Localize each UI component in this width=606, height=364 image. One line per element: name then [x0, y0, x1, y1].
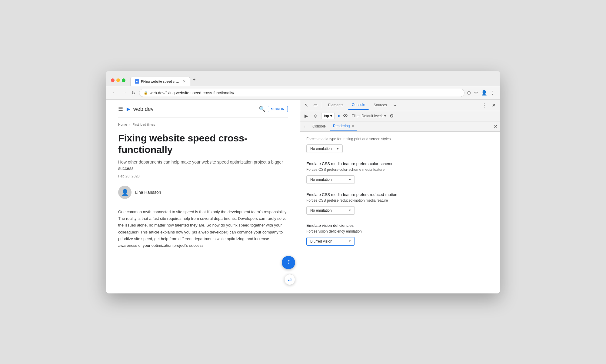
- webpage: ☰ ► web.dev 🔍 SIGN IN Home › Fast load t…: [106, 100, 300, 293]
- article-body: One common myth connected to site speed …: [118, 209, 288, 249]
- inspect-element-button[interactable]: ↖: [303, 101, 310, 109]
- color-scheme-description: Forces CSS prefers-color-scheme media fe…: [306, 167, 494, 172]
- sign-in-button[interactable]: SIGN IN: [268, 106, 288, 112]
- tab-close-icon[interactable]: ✕: [183, 79, 186, 84]
- vision-deficiencies-title: Emulate vision deficiencies: [306, 223, 494, 228]
- nav-divider: [118, 117, 288, 118]
- browser-window: ► Fixing website speed cross-fu... ✕ + ←…: [106, 71, 500, 293]
- context-dropdown-arrow-icon: ▾: [330, 114, 332, 118]
- media-print-dropdown[interactable]: No emulation ▾: [306, 144, 343, 153]
- console-ban-button[interactable]: ⊘: [312, 112, 319, 120]
- color-scheme-dropdown-arrow-icon: ▾: [349, 178, 351, 182]
- context-value: top: [324, 114, 329, 118]
- reduced-motion-description: Forces CSS prefers-reduced-motion media …: [306, 198, 494, 203]
- filter-label: Filter: [352, 114, 360, 118]
- tab-elements[interactable]: Elements: [325, 101, 347, 110]
- address-right-icons: ⊕ ☆ 👤 ⋮: [467, 90, 495, 96]
- traffic-lights: [111, 78, 125, 82]
- drag-handle-icon: ⋮: [303, 124, 307, 129]
- tab-sources[interactable]: Sources: [370, 101, 391, 110]
- vision-deficiencies-dropdown-arrow-icon: ▾: [349, 239, 351, 243]
- breadcrumb-separator: ›: [129, 123, 130, 126]
- webpage-nav: ☰ ► web.dev 🔍 SIGN IN: [118, 106, 288, 113]
- console-toolbar: ▶ ⊘ top ▾ 👁 Filter Default levels ▾ ⚙: [300, 111, 500, 121]
- search-button[interactable]: 🔍: [259, 106, 265, 112]
- devtools-menu-button[interactable]: ⋮: [480, 101, 489, 109]
- tab-bar: ► Fixing website speed cross-fu... ✕ +: [130, 74, 495, 86]
- tab-title: Fixing website speed cross-fu...: [141, 80, 180, 83]
- active-tab[interactable]: ► Fixing website speed cross-fu... ✕: [130, 77, 190, 86]
- color-scheme-dropdown-value: No emulation: [310, 177, 332, 182]
- color-scheme-title: Emulate CSS media feature prefers-color-…: [306, 161, 494, 166]
- media-print-description: Forces media type for testing print and …: [306, 137, 494, 142]
- context-selector[interactable]: top ▾: [321, 113, 335, 119]
- breadcrumb: Home › Fast load times: [118, 123, 288, 126]
- hamburger-menu-button[interactable]: ☰: [118, 106, 123, 112]
- color-scheme-dropdown[interactable]: No emulation ▾: [306, 175, 355, 184]
- author-name: Lina Hansson: [135, 190, 161, 195]
- rendering-content: Forces media type for testing print and …: [300, 132, 500, 293]
- indicator-dot: [338, 115, 340, 117]
- device-emulation-button[interactable]: ▭: [311, 101, 319, 109]
- bookmark-icon[interactable]: ☆: [474, 90, 478, 96]
- default-levels-button[interactable]: Default levels ▾: [361, 114, 386, 118]
- author-row: 👤 Lina Hansson: [118, 186, 288, 199]
- translate-fab-button[interactable]: ⇄: [284, 274, 295, 285]
- logo-text: web.dev: [133, 106, 154, 112]
- render-section-vision-deficiencies: Emulate vision deficiencies Forces visio…: [306, 223, 494, 246]
- breadcrumb-section[interactable]: Fast load times: [132, 123, 155, 126]
- back-button[interactable]: ←: [111, 89, 118, 96]
- default-levels-arrow-icon: ▾: [384, 114, 386, 118]
- url-text: web.dev/fixing-website-speed-cross-funct…: [150, 91, 234, 95]
- logo-chevron-icon: ►: [125, 106, 132, 113]
- share-fab-button[interactable]: ⤴: [282, 256, 295, 269]
- vision-deficiencies-description: Forces vision deficiency emulation: [306, 229, 494, 234]
- reload-button[interactable]: ↻: [130, 89, 137, 96]
- address-input[interactable]: 🔒 web.dev/fixing-website-speed-cross-fun…: [139, 89, 464, 97]
- vision-deficiencies-dropdown-value: Blurred vision: [310, 239, 332, 243]
- media-print-dropdown-value: No emulation: [310, 147, 332, 151]
- devtools-panel: ↖ ▭ Elements Console Sources » ⋮ ✕ ▶ ⊘ t…: [300, 100, 500, 293]
- address-bar: ← → ↻ 🔒 web.dev/fixing-website-speed-cro…: [106, 86, 500, 100]
- minimize-traffic-light[interactable]: [116, 78, 120, 82]
- devtools-close-button[interactable]: ✕: [490, 102, 498, 109]
- eye-button[interactable]: 👁: [341, 112, 350, 120]
- article-subtitle: How other departments can help make your…: [118, 159, 288, 172]
- vision-deficiencies-dropdown[interactable]: Blurred vision ▾: [306, 237, 355, 246]
- render-section-reduced-motion: Emulate CSS media feature prefers-reduce…: [306, 192, 494, 215]
- close-traffic-light[interactable]: [111, 78, 115, 82]
- fullscreen-traffic-light[interactable]: [122, 78, 125, 82]
- render-section-color-scheme: Emulate CSS media feature prefers-color-…: [306, 161, 494, 184]
- article-title: Fixing website speed cross-functionally: [118, 132, 288, 156]
- breadcrumb-home[interactable]: Home: [118, 123, 127, 126]
- article-date: Feb 28, 2020: [118, 174, 288, 178]
- lock-icon: 🔒: [144, 91, 148, 95]
- more-options-icon[interactable]: ⋮: [490, 90, 495, 96]
- site-logo: ► web.dev: [125, 106, 154, 113]
- title-bar: ► Fixing website speed cross-fu... ✕ +: [106, 71, 500, 86]
- console-play-button[interactable]: ▶: [303, 112, 310, 120]
- tab-console[interactable]: Console: [348, 100, 369, 110]
- render-section-media-print: Forces media type for testing print and …: [306, 137, 494, 153]
- rendering-tab-close-icon[interactable]: ×: [352, 124, 354, 128]
- reduced-motion-title: Emulate CSS media feature prefers-reduce…: [306, 192, 494, 197]
- bottom-panel-tabs: ⋮ Console Rendering × ✕: [300, 121, 500, 132]
- new-tab-button[interactable]: +: [190, 74, 198, 85]
- devtools-tabs: Elements Console Sources »: [325, 100, 401, 110]
- more-tabs-button[interactable]: »: [392, 101, 398, 109]
- reduced-motion-dropdown[interactable]: No emulation ▾: [306, 206, 355, 215]
- reduced-motion-dropdown-value: No emulation: [310, 208, 332, 213]
- bottom-tab-rendering[interactable]: Rendering ×: [330, 122, 357, 131]
- browser-content: ☰ ► web.dev 🔍 SIGN IN Home › Fast load t…: [106, 100, 500, 293]
- tab-favicon: ►: [135, 79, 139, 84]
- bottom-tab-console[interactable]: Console: [309, 122, 329, 130]
- devtools-toolbar: ↖ ▭ Elements Console Sources » ⋮ ✕: [300, 100, 500, 111]
- account-icon[interactable]: 👤: [481, 90, 487, 96]
- bottom-panel-close-button[interactable]: ✕: [494, 124, 498, 129]
- author-avatar: 👤: [118, 186, 132, 199]
- settings-gear-button[interactable]: ⚙: [388, 112, 395, 120]
- globe-icon[interactable]: ⊕: [467, 90, 471, 96]
- bottom-panel: ⋮ Console Rendering × ✕ Forces media typ…: [300, 121, 500, 293]
- forward-button[interactable]: →: [121, 89, 128, 96]
- reduced-motion-dropdown-arrow-icon: ▾: [349, 208, 351, 212]
